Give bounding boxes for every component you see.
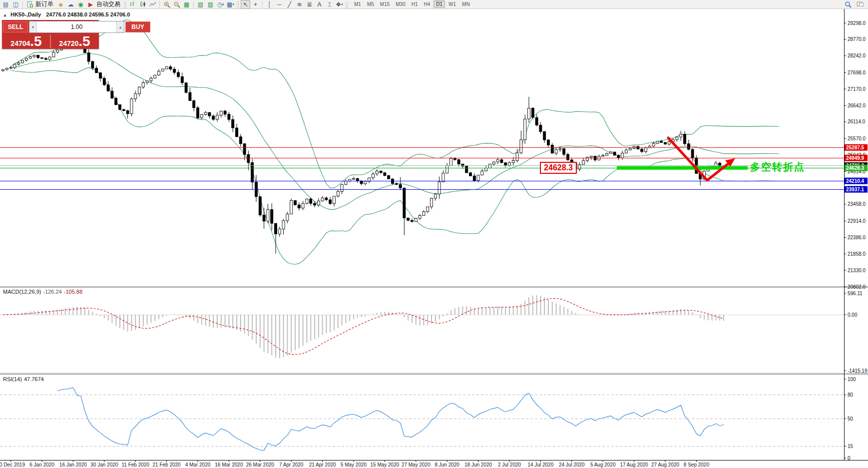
tile-windows-icon[interactable]: ▦ (182, 0, 191, 9)
pane-frames (0, 9, 868, 460)
svg-text:24210.4: 24210.4 (846, 178, 865, 184)
collapse-arrow-icon[interactable]: ▲ (3, 13, 7, 17)
toolbar-grip[interactable] (124, 1, 126, 8)
rsi-pane[interactable]: 1008050150 (0, 377, 856, 461)
svg-text:29298.0: 29298.0 (848, 20, 866, 26)
sell-price[interactable]: 24704.5 (3, 35, 49, 48)
chart-title: ▲ HK50-,Daily 24776.0 24838.0 24596.5 24… (3, 11, 130, 17)
svg-text:24 Jul 2020: 24 Jul 2020 (559, 462, 585, 468)
svg-text:26642.0: 26642.0 (848, 103, 866, 108)
tf-button-M5[interactable]: M5 (365, 0, 377, 8)
data-window-icon[interactable]: ◫ (11, 0, 20, 9)
svg-text:30 Jan 2020: 30 Jan 2020 (90, 462, 118, 468)
macd-pane[interactable]: 596.110.00-1415.19 (0, 291, 868, 374)
trendline-icon[interactable]: ╱ (285, 0, 294, 9)
indicator-add-icon[interactable]: ▨ (206, 0, 215, 9)
toolbar-grip[interactable] (237, 1, 239, 8)
chart-canvas[interactable]: 29298.028770.028242.027698.027170.026642… (0, 9, 868, 468)
svg-text:80: 80 (848, 392, 854, 398)
bar-chart-type-icon[interactable] (128, 0, 137, 9)
svg-text:25287.5: 25287.5 (846, 145, 865, 150)
turning-point-annotation[interactable]: 多空转折点 (750, 160, 805, 174)
timeframe-toolbar: M1M5M15M30H1H4D1W1MN (352, 0, 472, 8)
text-icon[interactable]: A (315, 0, 324, 9)
svg-text:24628.3: 24628.3 (846, 165, 865, 171)
svg-text:5 Aug 2020: 5 Aug 2020 (590, 462, 616, 468)
volume-stepper: ▾ ▴ (29, 21, 124, 33)
templates-dropdown-icon[interactable]: ▩▾ (226, 0, 235, 9)
turning-point-level-bar[interactable] (617, 166, 748, 170)
cursor-icon[interactable]: ↖ (241, 0, 250, 9)
svg-text:27170.0: 27170.0 (848, 86, 866, 92)
svg-text:23458.0: 23458.0 (848, 201, 866, 207)
zoom-in-icon[interactable] (162, 0, 171, 9)
zoom-out-icon[interactable] (172, 0, 181, 9)
chart-symbol-period: HK50-,Daily (10, 11, 41, 17)
tf-button-W1[interactable]: W1 (446, 0, 458, 8)
vps-cloud-icon[interactable]: ☁ (66, 0, 75, 9)
svg-text:26 Mar 2020: 26 Mar 2020 (246, 462, 275, 468)
new-order-icon[interactable] (25, 0, 34, 9)
svg-text:5 May 2020: 5 May 2020 (341, 462, 367, 468)
svg-text:596.11: 596.11 (848, 291, 863, 296)
signals-icon[interactable]: ◉ (76, 0, 85, 9)
volume-increase-button[interactable]: ▴ (116, 21, 124, 32)
tf-button-H4[interactable]: H4 (422, 0, 433, 8)
market-watch-icon[interactable]: ▤ (1, 0, 10, 9)
tf-button-M15[interactable]: M15 (378, 0, 392, 8)
candlestick-type-icon[interactable] (138, 0, 147, 9)
vertical-line-icon[interactable]: │ (265, 0, 274, 9)
svg-text:15: 15 (848, 444, 854, 449)
toolbar-grip[interactable] (346, 1, 348, 8)
price-divider (50, 35, 51, 48)
eraser-icon[interactable]: ◈ (56, 0, 65, 9)
chart-stage[interactable]: 29298.028770.028242.027698.027170.026642… (0, 9, 868, 468)
tf-button-M1[interactable]: M1 (352, 0, 364, 8)
svg-text:23937.1: 23937.1 (846, 187, 865, 192)
svg-text:0: 0 (848, 456, 851, 461)
svg-text:8 Jun 2020: 8 Jun 2020 (434, 462, 459, 468)
crosshair-icon[interactable]: + (251, 0, 260, 9)
tf-button-D1[interactable]: D1 (434, 0, 445, 8)
svg-text:20 Dec 2019: 20 Dec 2019 (0, 462, 25, 468)
new-order-label[interactable]: 新订单 (35, 0, 53, 8)
svg-text:27698.0: 27698.0 (848, 70, 866, 75)
svg-text:11 Feb 2020: 11 Feb 2020 (121, 462, 149, 468)
sell-button[interactable]: SELL (3, 21, 28, 32)
periods-dropdown-icon[interactable]: ◷▾ (216, 0, 225, 9)
svg-text:28770.0: 28770.0 (848, 36, 866, 42)
volume-decrease-button[interactable]: ▾ (29, 21, 37, 32)
buy-price[interactable]: 24720.5 (51, 35, 98, 48)
tf-button-H1[interactable]: H1 (409, 0, 421, 8)
search-icon[interactable] (843, 0, 853, 9)
tf-button-M30[interactable]: M30 (393, 0, 408, 8)
fibonacci-icon[interactable]: ≣ (305, 0, 314, 9)
channel-icon[interactable]: ≋ (295, 0, 304, 9)
text-label-icon[interactable]: ⌶ (325, 0, 334, 9)
svg-text:22386.0: 22386.0 (848, 235, 866, 240)
price-axis[interactable]: 29298.028770.028242.027698.027170.026642… (844, 20, 868, 290)
svg-text:26114.0: 26114.0 (848, 119, 866, 124)
line-chart-type-icon[interactable] (148, 0, 157, 9)
svg-text:21330.0: 21330.0 (848, 268, 866, 273)
svg-text:100: 100 (848, 377, 856, 382)
toolbar-separator (193, 1, 194, 8)
svg-text:28242.0: 28242.0 (848, 53, 866, 58)
auto-trading-icon[interactable]: ▶ (86, 0, 95, 9)
svg-text:0.00: 0.00 (848, 312, 858, 318)
indicators-icon[interactable]: ▧ (196, 0, 205, 9)
svg-text:22914.0: 22914.0 (848, 218, 866, 224)
macd-label: MACD(12,26,9)-126.24-105.88 (3, 289, 82, 295)
date-axis[interactable]: 20 Dec 20196 Jan 202016 Jan 202030 Jan 2… (0, 460, 709, 468)
volume-input[interactable] (37, 21, 116, 32)
price-level-flag[interactable]: 24628.3 (540, 162, 577, 174)
buy-button[interactable]: BUY (125, 21, 150, 32)
svg-text:27 Aug 2020: 27 Aug 2020 (651, 462, 680, 468)
horizontal-line-icon[interactable]: ─ (275, 0, 284, 9)
toolbar-separator (262, 1, 263, 8)
svg-text:24949.9: 24949.9 (846, 155, 865, 161)
chat-icon[interactable] (856, 0, 865, 9)
auto-trading-label[interactable]: 自动交易 (96, 0, 120, 8)
tf-button-MN[interactable]: MN (459, 0, 472, 8)
shapes-dropdown-icon[interactable]: ❖▾ (335, 0, 344, 9)
